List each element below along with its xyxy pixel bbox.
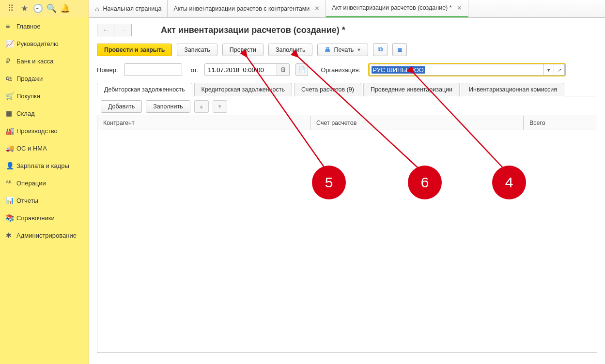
col-total[interactable]: Всего [524,116,597,130]
list-button[interactable]: ≣ [392,43,407,56]
search-icon[interactable]: 🔍 [45,2,58,15]
sidebar-item-reports[interactable]: 📊Отчеты [0,192,89,209]
books-icon: 📚 [6,214,16,222]
grid-icon: ▦ [6,109,16,117]
inner-toolbar: Добавить Заполнить ▲ ▼ [97,100,597,113]
person-icon: 👤 [6,162,16,169]
star-icon[interactable]: ★ [17,2,31,15]
sidebar-item-label: Операции [16,180,46,187]
sidebar-item-label: Администрирование [16,232,77,239]
sidebar-item-main[interactable]: ≡Главное [0,17,89,35]
bars-icon: 📊 [6,197,16,204]
tab-label: Начальная страница [103,5,161,12]
col-account[interactable]: Счет расчетов [310,116,524,130]
fill-rows-button[interactable]: Заполнить [146,100,190,113]
close-icon[interactable]: ✕ [314,5,320,12]
sidebar-item-assets[interactable]: 🚚ОС и НМА [0,139,89,157]
table-body[interactable] [97,130,597,353]
number-input[interactable] [124,63,182,76]
move-up-button[interactable]: ▲ [194,100,209,113]
org-value: РУС ШИНЫ ООО [372,66,425,74]
add-button[interactable]: Добавить [101,100,142,113]
post-close-button[interactable]: Провести и закрыть [97,44,172,56]
sidebar-item-label: Склад [16,110,35,117]
subtab-accounts[interactable]: Счета расчетов (9) [294,83,361,96]
apps-icon[interactable]: ⠿ [4,2,17,15]
annotation-6: 6 [408,166,442,199]
sidebar: ≡Главное 📈Руководителю ₽Банк и касса 🛍Пр… [0,17,89,364]
save-button[interactable]: Записать [177,44,217,56]
subtab-credit[interactable]: Кредиторская задолженность [194,83,292,96]
table-header: Контрагент Счет расчетов Всего [97,116,597,130]
subtab-inventory[interactable]: Проведение инвентаризации [363,83,460,96]
tab-acts-list[interactable]: Акты инвентаризации расчетов с контраген… [168,0,326,17]
top-bar: ⠿ ★ 🕘 🔍 🔔 ⌂ Начальная страница Акты инве… [0,0,605,17]
move-down-button[interactable]: ▼ [213,100,227,113]
post-button[interactable]: Провести [222,44,264,56]
sidebar-item-admin[interactable]: ✱Администрирование [0,227,89,244]
page-title: Акт инвентаризации расчетов (создание) * [161,25,345,35]
sidebar-item-manager[interactable]: 📈Руководителю [0,35,89,52]
factory-icon: 🏭 [6,127,16,135]
doc-date-button[interactable]: 📄 [295,63,308,76]
org-open-button[interactable]: ↗ [554,64,565,76]
tab-label: Акты инвентаризации расчетов с контраген… [173,5,310,12]
tab-home[interactable]: ⌂ Начальная страница [89,0,168,17]
date-input[interactable] [204,63,277,76]
chevron-down-icon: ▼ [357,47,361,52]
sidebar-item-salary[interactable]: 👤Зарплата и кадры [0,157,89,174]
subtab-commission[interactable]: Инвентаризационная комиссия [462,83,564,96]
sidebar-item-label: Руководителю [16,40,59,47]
annotation-5: 5 [312,166,346,199]
bell-icon[interactable]: 🔔 [58,2,72,15]
annotation-4: 4 [492,166,526,199]
sidebar-item-label: Банк и касса [16,58,54,65]
print-label: Печать [334,46,354,53]
col-counterparty[interactable]: Контрагент [97,116,310,130]
sidebar-item-purchases[interactable]: 🛒Покупки [0,87,89,105]
cart-icon: 🛒 [6,92,16,100]
clipboard-icon[interactable]: 🕘 [31,2,45,15]
sidebar-item-label: Справочники [16,214,55,222]
sidebar-item-label: Производство [16,127,58,135]
print-button[interactable]: 🖶Печать▼ [317,44,368,56]
annotation-label: 4 [505,174,513,191]
org-field-wrap: РУС ШИНЫ ООО ▼ ↗ [368,63,566,76]
tab-act-create[interactable]: Акт инвентаризации расчетов (создание) *… [326,0,468,17]
calendar-button[interactable]: 🗓 [277,63,290,76]
back-button[interactable]: ← [97,24,114,36]
tabs: ⌂ Начальная страница Акты инвентаризации… [89,0,468,17]
org-input[interactable]: РУС ШИНЫ ООО [369,64,543,76]
sidebar-item-label: Главное [16,23,41,30]
bag-icon: 🛍 [6,75,16,82]
number-label: Номер: [97,66,118,74]
ops-icon: ᴬᴷ [6,179,16,187]
sidebar-item-refs[interactable]: 📚Справочники [0,209,89,227]
sidebar-item-operations[interactable]: ᴬᴷОперации [0,174,89,192]
menu-icon: ≡ [6,22,16,30]
subtab-debit[interactable]: Дебиторская задолженность [97,83,192,96]
ruble-icon: ₽ [6,57,16,65]
main: ← → Акт инвентаризации расчетов (создани… [89,17,605,364]
org-dropdown-button[interactable]: ▼ [543,64,554,76]
sidebar-item-label: Покупки [16,92,40,100]
forward-button[interactable]: → [114,24,132,36]
close-icon[interactable]: ✕ [457,4,462,12]
printer-icon: 🖶 [325,46,331,53]
sidebar-item-label: Отчеты [16,197,38,204]
sidebar-item-label: Зарплата и кадры [16,162,69,169]
register-button[interactable]: ⧉ [373,43,388,56]
sidebar-item-label: ОС и НМА [16,145,47,152]
tab-label: Акт инвентаризации расчетов (создание) * [332,4,451,11]
sidebar-item-label: Продажи [16,75,43,82]
from-label: от: [191,66,199,74]
sidebar-item-bank[interactable]: ₽Банк и касса [0,52,89,70]
fill-button[interactable]: Заполнить [268,44,312,56]
chart-icon: 📈 [6,40,16,47]
sidebar-item-sales[interactable]: 🛍Продажи [0,70,89,87]
sidebar-item-production[interactable]: 🏭Производство [0,122,89,139]
top-icons: ⠿ ★ 🕘 🔍 🔔 [0,0,89,17]
sidebar-item-stock[interactable]: ▦Склад [0,105,89,122]
annotation-label: 6 [421,174,429,191]
org-label: Организация: [321,66,360,74]
